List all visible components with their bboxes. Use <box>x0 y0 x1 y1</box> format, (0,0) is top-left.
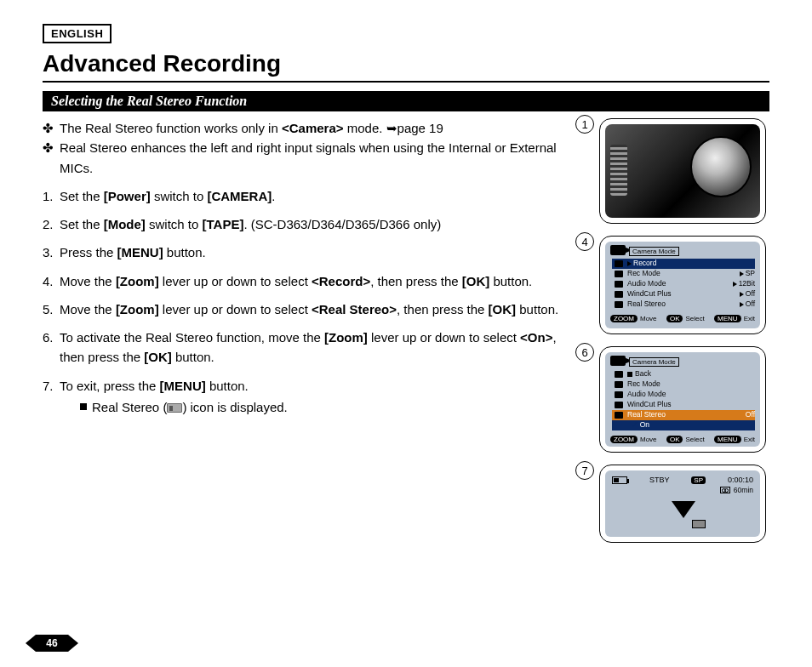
camcorder-icon <box>610 245 626 255</box>
title-rule <box>43 81 769 83</box>
zoom-pill-icon: ZOOM <box>610 436 638 443</box>
t: [OK] <box>489 302 517 316</box>
t: <Camera> <box>282 121 344 135</box>
step-marker: 1 <box>575 115 594 134</box>
osd-row: Real StereoOff <box>612 410 755 420</box>
battery-icon <box>612 476 627 484</box>
t: [Zoom] <box>116 302 159 316</box>
t: ) icon is displayed. <box>182 400 287 414</box>
t: [Zoom] <box>116 274 159 288</box>
t: . (SC-D363/D364/D365/D366 only) <box>243 217 441 231</box>
step-number: 5. <box>43 299 60 319</box>
instruction-text: ✤ The Real Stereo function works only in… <box>43 118 584 555</box>
step-marker: 6 <box>575 343 594 362</box>
row-icon <box>612 291 626 298</box>
t: [OK] <box>144 350 172 364</box>
stby-label: STBY <box>649 476 670 484</box>
osd-row: Real StereoOff <box>612 299 755 310</box>
t: Select <box>685 315 704 322</box>
real-stereo-icon <box>167 403 182 413</box>
step-marker: 7 <box>575 461 594 480</box>
camera-illustration <box>605 124 760 218</box>
tape-icon <box>720 487 730 493</box>
t: [OK] <box>462 274 490 288</box>
page-number-badge: 46 <box>36 635 68 652</box>
t: To exit, press the <box>60 379 160 393</box>
step: 2.Set the [Mode] switch to [TAPE]. (SC-D… <box>43 214 584 234</box>
step: 7.To exit, press the [MENU] button. <box>43 376 584 396</box>
t: Move the <box>60 274 116 288</box>
figure-1: 1 <box>599 118 769 224</box>
step-number: 2. <box>43 214 60 234</box>
t: Exit <box>744 436 755 443</box>
figure-6: 6 Camera Mode BackRec ModeAudio ModeWind… <box>599 346 769 453</box>
osd-screen: Camera Mode BackRec ModeAudio ModeWindCu… <box>605 352 760 447</box>
row-label: WindCut Plus <box>626 401 755 409</box>
t: [CAMERA] <box>207 189 272 203</box>
t: lever up or down to select <box>159 302 312 316</box>
t: button. <box>489 274 532 288</box>
t: lever up or down to select <box>159 274 312 288</box>
t: Move <box>640 315 657 322</box>
note-text: Real Stereo enhances the left and right … <box>60 138 584 178</box>
row-icon <box>612 281 626 288</box>
osd-footer: ZOOMMove OKSelect MENUExit <box>610 436 755 443</box>
step-number: 1. <box>43 186 60 206</box>
sp-badge: SP <box>691 476 706 484</box>
step: 1.Set the [Power] switch to [CAMERA]. <box>43 186 584 206</box>
step-text: Set the [Power] switch to [CAMERA]. <box>60 186 584 206</box>
step-marker: 4 <box>575 232 594 251</box>
figure-7: 7 STBY SP 0:00:10 60min <box>599 465 769 543</box>
note-text: The Real Stereo function works only in <… <box>60 118 584 138</box>
row-icon <box>612 260 626 267</box>
row-value: Off <box>742 411 755 419</box>
t: Move <box>640 436 657 443</box>
t: To activate the Real Stereo function, mo… <box>60 330 324 345</box>
body-row: ✤ The Real Stereo function works only in… <box>43 118 769 555</box>
figure-frame <box>599 118 766 224</box>
bullet-icon: ✤ <box>43 138 60 178</box>
language-badge: ENGLISH <box>43 24 112 43</box>
t: , then press the <box>370 274 462 288</box>
osd-row: Back <box>612 369 755 379</box>
t: The Real Stereo function works only in <box>60 121 282 135</box>
step-text: To exit, press the [MENU] button. <box>60 376 584 396</box>
note-1: ✤ The Real Stereo function works only in… <box>43 118 584 138</box>
page-ref-arrow-icon: ➥ <box>386 118 397 138</box>
row-label: Rec Mode <box>626 270 736 278</box>
power-dial-icon <box>690 136 752 197</box>
down-arrow-icon <box>672 501 695 518</box>
camcorder-icon <box>610 356 626 366</box>
row-label: Audio Mode <box>626 280 729 288</box>
row-value: 12Bit <box>729 280 755 288</box>
figure-frame: Camera Mode RecordRec ModeSPAudio Mode12… <box>599 236 766 334</box>
t: , then press the <box>397 302 489 316</box>
step: 3.Press the [MENU] button. <box>43 242 584 262</box>
t: [TAPE] <box>203 217 244 231</box>
t: <Record> <box>312 274 370 288</box>
t: Select <box>685 436 704 443</box>
figure-frame: STBY SP 0:00:10 60min <box>599 465 766 543</box>
osd-title: Camera Mode <box>629 247 679 256</box>
step-number: 6. <box>43 328 60 368</box>
row-icon <box>612 371 626 378</box>
substep-text: Real Stereo () icon is displayed. <box>92 397 288 417</box>
osd-row: Record <box>612 259 755 269</box>
t: switch to <box>146 217 203 231</box>
step-number: 4. <box>43 271 60 291</box>
row-label: Audio Mode <box>626 391 755 399</box>
step-text: Set the [Mode] switch to [TAPE]. (SC-D36… <box>60 214 584 234</box>
t: [MENU] <box>160 379 206 393</box>
tape-remaining: 60min <box>734 486 753 494</box>
step-number: 7. <box>43 376 60 396</box>
step-text: Move the [Zoom] lever up or down to sele… <box>60 299 584 319</box>
t: switch to <box>151 189 208 203</box>
grip-ridge-icon <box>610 145 627 196</box>
t: Set the <box>60 217 104 231</box>
zoom-pill-icon: ZOOM <box>610 315 638 322</box>
t: mode. <box>344 121 386 135</box>
ok-pill-icon: OK <box>666 315 683 322</box>
t: button. <box>172 350 214 364</box>
t: Exit <box>744 315 755 322</box>
row-icon <box>612 381 626 388</box>
